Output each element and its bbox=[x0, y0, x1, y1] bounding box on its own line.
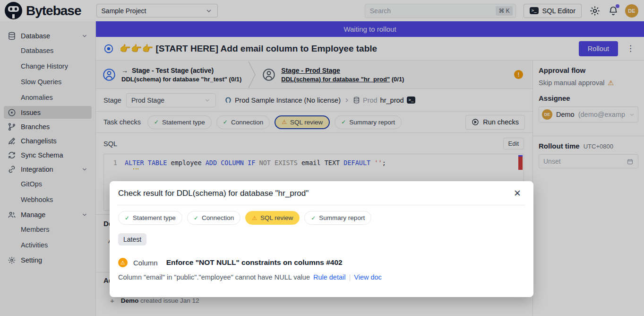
divider bbox=[117, 205, 525, 205]
view-doc-link[interactable]: View doc bbox=[354, 273, 382, 281]
check-result-row: ⚠ Column Enforce "NOT NULL" constraints … bbox=[118, 258, 524, 267]
latest-badge[interactable]: Latest bbox=[118, 233, 146, 246]
warning-icon: ⚠ bbox=[252, 215, 257, 221]
modal-check-summary-report[interactable]: ✓ Summary report bbox=[304, 211, 371, 225]
modal-check-tabs: ✓ Statement type ✓ Connection ⚠ SQL revi… bbox=[118, 211, 524, 225]
modal-check-statement-type[interactable]: ✓ Statement type bbox=[118, 211, 182, 225]
close-icon[interactable]: ✕ bbox=[511, 188, 524, 199]
rule-detail-link[interactable]: Rule detail bbox=[313, 273, 346, 281]
check-icon: ✓ bbox=[311, 215, 316, 221]
modal-check-connection[interactable]: ✓ Connection bbox=[187, 211, 240, 225]
divider: | bbox=[349, 273, 351, 281]
result-category: Column bbox=[133, 259, 158, 267]
check-result-modal: Check result for DDL(schema) for databas… bbox=[110, 181, 533, 297]
result-title: Enforce "NOT NULL" constraints on column… bbox=[166, 258, 343, 267]
modal-check-sql-review[interactable]: ⚠ SQL review bbox=[245, 211, 300, 225]
result-detail: Column "email" in "public"."employee" ca… bbox=[118, 273, 524, 281]
modal-title: Check result for DDL(schema) for databas… bbox=[118, 189, 309, 198]
check-icon: ✓ bbox=[125, 215, 129, 221]
check-icon: ✓ bbox=[194, 215, 198, 221]
warning-circle-icon: ⚠ bbox=[118, 258, 128, 267]
